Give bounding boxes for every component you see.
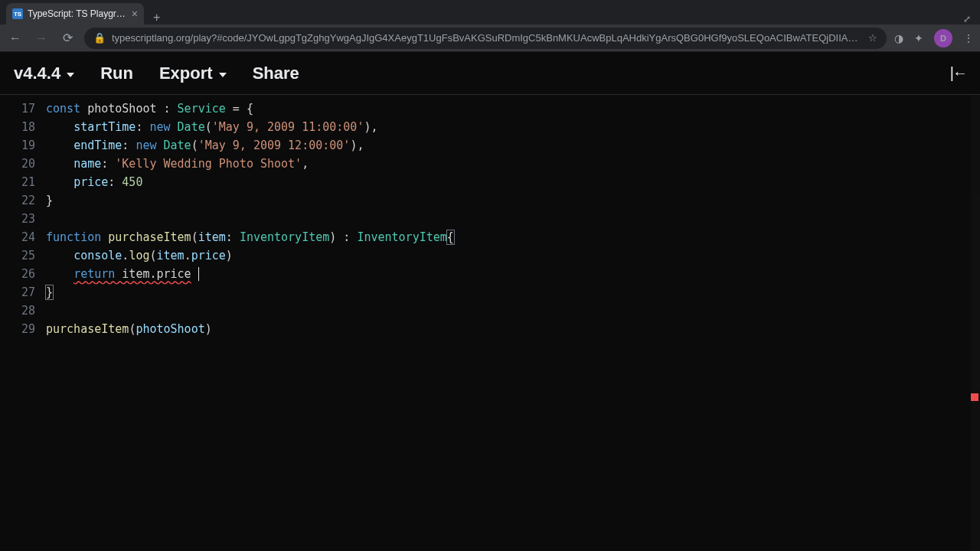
- line-number: 25: [0, 246, 35, 265]
- code-line[interactable]: purchaseItem(photoShoot): [46, 320, 980, 338]
- favicon-icon: TS: [12, 8, 23, 19]
- close-icon[interactable]: ×: [132, 8, 138, 20]
- line-number: 27: [0, 283, 35, 302]
- export-label: Export: [159, 64, 213, 83]
- scrollbar[interactable]: [971, 95, 980, 551]
- url-text: typescriptlang.org/play?#code/JYOwLgpgTg…: [112, 32, 862, 44]
- code-line[interactable]: [46, 210, 980, 228]
- tab-title: TypeScript: TS Playground - A: [28, 8, 127, 19]
- version-label: v4.4.4: [14, 64, 60, 83]
- line-number: 28: [0, 302, 35, 320]
- expand-icon[interactable]: ⤢: [963, 14, 971, 24]
- code-line[interactable]: endTime: new Date('May 9, 2009 12:00:00'…: [46, 136, 980, 155]
- version-selector[interactable]: v4.4.4: [14, 64, 74, 83]
- window-controls: ⤢: [963, 14, 980, 24]
- code-line[interactable]: startTime: new Date('May 9, 2009 11:00:0…: [46, 118, 980, 136]
- playground-toolbar: v4.4.4 Run Export Share |←: [0, 52, 980, 95]
- puzzle-icon[interactable]: ✦: [914, 32, 923, 44]
- reload-button[interactable]: ⟳: [58, 29, 77, 47]
- code-editor[interactable]: 17181920212223242526272829 const photoSh…: [0, 95, 980, 551]
- code-line[interactable]: return item.price: [46, 265, 980, 283]
- lock-icon: 🔒: [93, 32, 106, 44]
- line-number: 22: [0, 191, 35, 210]
- chevron-down-icon: [219, 73, 227, 77]
- code-area[interactable]: const photoShoot : Service = { startTime…: [46, 95, 980, 551]
- code-line[interactable]: }: [46, 191, 980, 210]
- code-line[interactable]: name: 'Kelly Wedding Photo Shoot',: [46, 155, 980, 173]
- line-number: 24: [0, 228, 35, 246]
- line-number: 19: [0, 136, 35, 155]
- line-number: 26: [0, 265, 35, 283]
- collapse-sidebar-button[interactable]: |←: [950, 64, 966, 82]
- profile-avatar[interactable]: D: [934, 29, 952, 47]
- new-tab-button[interactable]: +: [144, 11, 169, 24]
- browser-tab-bar: TS TypeScript: TS Playground - A × + ⤢: [0, 0, 980, 24]
- chevron-down-icon: [67, 73, 74, 77]
- line-number: 29: [0, 320, 35, 338]
- forward-button[interactable]: →: [32, 29, 51, 47]
- code-line[interactable]: console.log(item.price): [46, 246, 980, 265]
- line-number: 21: [0, 173, 35, 191]
- error-marker[interactable]: [971, 393, 978, 401]
- share-button[interactable]: Share: [253, 64, 299, 83]
- code-line[interactable]: price: 450: [46, 173, 980, 191]
- star-icon[interactable]: ☆: [868, 32, 877, 44]
- code-line[interactable]: [46, 302, 980, 320]
- export-button[interactable]: Export: [159, 64, 227, 83]
- line-gutter: 17181920212223242526272829: [0, 95, 46, 551]
- back-button[interactable]: ←: [6, 29, 24, 47]
- run-button[interactable]: Run: [100, 64, 133, 83]
- code-line[interactable]: }: [46, 283, 980, 302]
- browser-address-bar: ← → ⟳ 🔒 typescriptlang.org/play?#code/JY…: [0, 24, 980, 52]
- line-number: 18: [0, 118, 35, 136]
- browser-tab[interactable]: TS TypeScript: TS Playground - A ×: [6, 3, 144, 24]
- line-number: 20: [0, 155, 35, 173]
- menu-icon[interactable]: ⋮: [963, 32, 974, 44]
- line-number: 17: [0, 99, 35, 118]
- line-number: 23: [0, 210, 35, 228]
- extension-icon[interactable]: ◑: [894, 32, 903, 44]
- code-line[interactable]: function purchaseItem(item: InventoryIte…: [46, 228, 980, 246]
- address-field[interactable]: 🔒 typescriptlang.org/play?#code/JYOwLgpg…: [84, 28, 887, 49]
- code-line[interactable]: const photoShoot : Service = {: [46, 99, 980, 118]
